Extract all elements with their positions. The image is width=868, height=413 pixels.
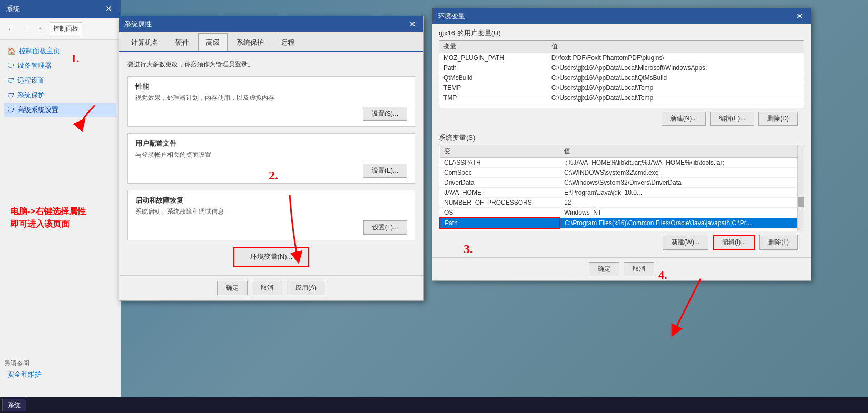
- user-var-row[interactable]: TMP C:\Users\gjx16\AppData\Local\Temp: [439, 93, 804, 103]
- sidebar-item-security[interactable]: 安全和维护: [4, 368, 45, 381]
- user-vars-table-container[interactable]: 变量 值 MOZ_PLUGIN_PATH D:\foxit PDF\Foxit …: [439, 40, 804, 108]
- sys-var-row[interactable]: NUMBER_OF_PROCESSORS 12: [440, 198, 804, 208]
- tab-computer-name[interactable]: 计算机名: [123, 34, 166, 51]
- system-close-btn[interactable]: ✕: [103, 4, 114, 14]
- envvar-title: 环境变量: [438, 12, 465, 21]
- userprofile-settings-btn[interactable]: 设置(E)...: [363, 164, 407, 178]
- startup-settings-btn[interactable]: 设置(T)...: [363, 220, 407, 235]
- see-also-title: 另请参阅: [4, 359, 45, 368]
- taskbar-item-system[interactable]: 系统: [2, 399, 26, 411]
- sidebar-item-advanced-label: 高级系统设置: [17, 105, 58, 115]
- env-var-btn[interactable]: 环境变量(N)...: [233, 247, 310, 267]
- envvar-dialog: 环境变量 ✕ gjx16 的用户变量(U) 变量 值 MOZ_PLUGIN_PA…: [432, 8, 811, 281]
- envvar-titlebar: 环境变量 ✕: [432, 8, 811, 24]
- user-var-name: TEMP: [439, 83, 547, 93]
- envvar-ok-btn[interactable]: 确定: [589, 262, 619, 276]
- sys-var-row[interactable]: OS Windows_NT: [440, 208, 804, 218]
- system-title: 系统: [6, 4, 20, 14]
- shield-icon-3: 🛡: [7, 92, 14, 99]
- user-edit-btn[interactable]: 编辑(E)...: [710, 112, 754, 126]
- sys-delete-btn[interactable]: 删除(L): [760, 235, 798, 250]
- sys-var-name: DriverData: [440, 178, 560, 188]
- sys-var-name: COM_EYE_BAT_CMD...: [440, 228, 560, 231]
- tab-advanced[interactable]: 高级: [198, 33, 228, 51]
- sys-vars-btn-row: 新建(W)... 编辑(I)... 删除(L): [439, 231, 804, 253]
- shield-icon-4: 🛡: [7, 106, 14, 114]
- sys-var-value: C:\Windows\System32\Drivers\DriverData: [560, 178, 804, 188]
- sys-var-row[interactable]: CLASSPATH .;%JAVA_HOME%\lib\dt.jar;%JAVA…: [440, 158, 804, 168]
- home-icon: 🏠: [7, 47, 16, 55]
- user-var-row[interactable]: QtMsBuild C:\Users\gjx16\AppData\Local\Q…: [439, 73, 804, 83]
- sys-var-name: NUMBER_OF_PROCESSORS: [440, 198, 560, 208]
- tab-hardware[interactable]: 硬件: [167, 34, 197, 51]
- taskbar-system-label: 系统: [8, 401, 21, 410]
- sidebar-item-home[interactable]: 🏠 控制面板主页: [4, 44, 116, 58]
- sysprop-cancel-btn[interactable]: 取消: [252, 281, 282, 295]
- user-var-row[interactable]: Path C:\Users\gjx16\AppData\Local\Micros…: [439, 63, 804, 73]
- tab-system-protection[interactable]: 系统保护: [229, 34, 272, 51]
- user-delete-btn[interactable]: 删除(D): [758, 112, 798, 126]
- section-performance: 性能 视觉效果，处理器计划，内存使用，以及虚拟内存 设置(S)...: [127, 76, 415, 127]
- sys-var-row[interactable]: DriverData C:\Windows\System32\Drivers\D…: [440, 178, 804, 188]
- performance-settings-btn[interactable]: 设置(S)...: [363, 107, 407, 121]
- envvar-footer: 确定 取消: [432, 257, 811, 280]
- sidebar-item-home-label: 控制面板主页: [19, 46, 60, 56]
- sysprop-title: 系统属性: [124, 19, 152, 29]
- envvar-close-btn[interactable]: ✕: [794, 12, 805, 21]
- scrollbar[interactable]: [797, 145, 804, 231]
- user-vars-table: 变量 值 MOZ_PLUGIN_PATH D:\foxit PDF\Foxit …: [439, 41, 804, 103]
- sidebar-item-remote-label: 远程设置: [17, 76, 45, 85]
- sys-var-value: [560, 228, 804, 231]
- sysprop-apply-btn[interactable]: 应用(A): [287, 281, 326, 295]
- envvar-cancel-btn[interactable]: 取消: [624, 262, 654, 276]
- sys-var-row[interactable]: ComSpec C:\WINDOWS\system32\cmd.exe: [440, 168, 804, 178]
- sys-var-path-value: C:\Program Files(x86)\Common Files\Oracl…: [560, 218, 804, 228]
- sysprop-close-btn[interactable]: ✕: [407, 19, 418, 29]
- sysprop-tabs: 计算机名 硬件 高级 系统保护 远程: [119, 32, 423, 52]
- sys-var-path-name: Path: [440, 218, 560, 228]
- sys-vars-table-container[interactable]: 变 值 CLASSPATH .;%JAVA_HOME%\lib\dt.jar;%…: [439, 145, 804, 231]
- sys-col-var: 变: [440, 145, 560, 158]
- system-nav: ← → ↑ 控制面板: [0, 18, 121, 40]
- sidebar-item-remote[interactable]: 🛡 远程设置: [4, 74, 116, 87]
- sys-var-row-path[interactable]: Path C:\Program Files(x86)\Common Files\…: [440, 218, 804, 228]
- user-new-btn[interactable]: 新建(N)...: [662, 112, 706, 126]
- sidebar-links: 🏠 控制面板主页 🛡 设备管理器 🛡 远程设置 🛡 系统保护 🛡 高级系统设置: [0, 40, 121, 121]
- user-var-name: QtMsBuild: [439, 73, 547, 83]
- sidebar-item-advanced[interactable]: 🛡 高级系统设置: [4, 103, 116, 117]
- sys-var-row[interactable]: COM_EYE_BAT_CMD...: [440, 228, 804, 231]
- sidebar-item-device-manager[interactable]: 🛡 设备管理器: [4, 59, 116, 73]
- sys-vars-section: 系统变量(S) 变 值 CLASSPATH .;%JAVA_HOME%\lib\…: [439, 133, 804, 253]
- shield-icon-1: 🛡: [7, 62, 14, 70]
- sys-var-value: 12: [560, 198, 804, 208]
- sys-vars-title: 系统变量(S): [439, 133, 804, 143]
- section-performance-desc: 视觉效果，处理器计划，内存使用，以及虚拟内存: [135, 94, 407, 103]
- sys-new-btn[interactable]: 新建(W)...: [663, 235, 708, 250]
- sys-var-value: Windows_NT: [560, 208, 804, 218]
- sysprop-titlebar: 系统属性 ✕: [119, 16, 423, 32]
- sys-edit-btn[interactable]: 编辑(I)...: [713, 235, 755, 250]
- user-col-name: 变量: [439, 41, 547, 53]
- sysprop-body: 要进行大多数更改，你必须作为管理员登录。 性能 视觉效果，处理器计划，内存使用，…: [119, 52, 423, 275]
- user-var-value: C:\Users\gjx16\AppData\Local\Temp: [547, 93, 804, 103]
- sysprop-footer: 确定 取消 应用(A): [119, 275, 423, 300]
- sidebar-security-label: 安全和维护: [7, 370, 42, 379]
- sys-var-name: ComSpec: [440, 168, 560, 178]
- sidebar-item-protection[interactable]: 🛡 系统保护: [4, 88, 116, 102]
- scrollbar-thumb[interactable]: [798, 197, 804, 207]
- nav-back-btn[interactable]: ←: [4, 24, 17, 34]
- sys-vars-table: 变 值 CLASSPATH .;%JAVA_HOME%\lib\dt.jar;%…: [439, 145, 804, 231]
- user-var-value: C:\Users\gjx16\AppData\Local\QtMsBuild: [547, 73, 804, 83]
- user-var-row[interactable]: TEMP C:\Users\gjx16\AppData\Local\Temp: [439, 83, 804, 93]
- nav-up-btn[interactable]: ↑: [35, 24, 45, 34]
- sysprop-note: 要进行大多数更改，你必须作为管理员登录。: [127, 60, 415, 69]
- user-var-row[interactable]: MOZ_PLUGIN_PATH D:\foxit PDF\Foxit Phant…: [439, 53, 804, 63]
- desktop: 系统 ✕ ← → ↑ 控制面板 🏠 控制面板主页 🛡 设备管理器 🛡 远程设置 …: [0, 0, 868, 413]
- sysprop-ok-btn[interactable]: 确定: [217, 281, 248, 295]
- tab-remote[interactable]: 远程: [273, 34, 302, 51]
- sys-var-value: E:\Program\Java\jdk_10.0...: [560, 188, 804, 198]
- sys-var-row[interactable]: JAVA_HOME E:\Program\Java\jdk_10.0...: [440, 188, 804, 198]
- nav-forward-btn[interactable]: →: [19, 24, 33, 34]
- user-vars-section: gjx16 的用户变量(U) 变量 值 MOZ_PLUGIN_PATH D:\f…: [439, 28, 804, 129]
- user-vars-btn-row: 新建(N)... 编辑(E)... 删除(D): [439, 108, 804, 129]
